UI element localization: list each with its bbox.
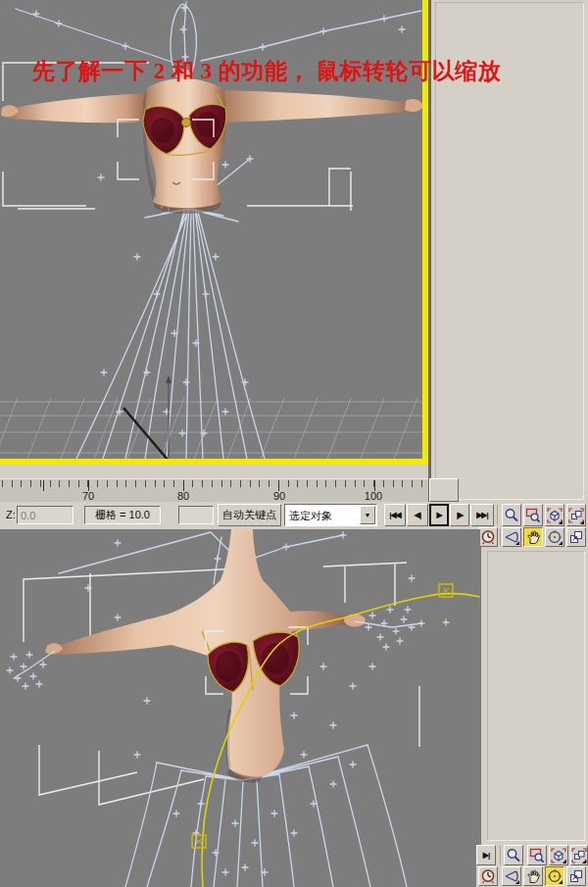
- z-coordinate-value: 0.0: [21, 511, 35, 521]
- arc-rotate-icon: [547, 529, 563, 545]
- zoom-extents-button[interactable]: [549, 845, 568, 865]
- field-of-view-icon: [504, 529, 519, 545]
- go-to-start-button[interactable]: |◀◀: [384, 504, 406, 526]
- play-button[interactable]: ▶: [429, 504, 449, 526]
- min-max-toggle-icon: [568, 868, 584, 884]
- go-to-end-button[interactable]: ▶▶|: [470, 504, 494, 526]
- ruler-label-90: 90: [273, 490, 285, 502]
- zoom-extents-all-button[interactable]: [566, 504, 586, 526]
- previous-frame-button[interactable]: ◀|: [407, 504, 428, 526]
- viewport-bottom-perspective-view[interactable]: [0, 529, 480, 887]
- annotation-text: 先了解一下 2 和 3 的功能， 鼠标转轮可以缩放: [32, 56, 581, 86]
- status-bar: Z: 0.0 栅格 = 10.0 自动关键点 选定对象 ▼ |◀◀ ◀| ▶ |…: [0, 502, 588, 527]
- grid-size-readout: 栅格 = 10.0: [84, 506, 161, 524]
- pan-hand-icon: [525, 868, 541, 884]
- z-label: Z:: [6, 510, 16, 520]
- zoom-all-icon: [525, 508, 541, 523]
- zoom-extents-icon: [551, 848, 566, 863]
- time-configuration-button[interactable]: [478, 527, 498, 547]
- zoom-extents-all-icon: [571, 848, 587, 863]
- auto-key-button[interactable]: 自动关键点: [218, 504, 281, 526]
- zoom-all-button[interactable]: [523, 504, 543, 526]
- pan-button[interactable]: [523, 866, 543, 886]
- zoom-icon: [504, 508, 519, 523]
- time-configuration-icon: [480, 529, 496, 545]
- key-filter-value: 选定对象: [289, 511, 332, 521]
- next-frame-button[interactable]: |▶: [450, 504, 469, 526]
- toolbar-separator: [497, 505, 499, 524]
- track-bar-gap: [0, 465, 428, 478]
- zoom-button[interactable]: [504, 845, 523, 865]
- ruler-label-100: 100: [365, 490, 382, 502]
- toolbar-bottom-row-2: [476, 866, 588, 887]
- zoom-extents-button[interactable]: [545, 504, 564, 526]
- zoom-extents-all-button[interactable]: [570, 845, 588, 865]
- ruler-major-ticks: [0, 480, 426, 491]
- min-max-toggle-button[interactable]: [566, 527, 586, 547]
- prompt-blank-field: [178, 506, 214, 524]
- application-window: 先了解一下 2 和 3 的功能， 鼠标转轮可以缩放 70 80 90 100 Z…: [0, 0, 588, 887]
- min-max-toggle-button[interactable]: [566, 866, 586, 886]
- ruler-end-cap: [429, 478, 459, 502]
- field-of-view-button[interactable]: [502, 527, 521, 547]
- zoom-extents-all-icon: [568, 508, 584, 523]
- ruler-label-70: 70: [82, 490, 94, 502]
- chevron-down-icon: ▼: [365, 512, 371, 518]
- toolbar-bottom-row-1: ▶|: [476, 845, 588, 866]
- field-of-view-button[interactable]: [502, 866, 521, 886]
- zoom-all-button[interactable]: [527, 845, 547, 865]
- time-configuration-button[interactable]: [478, 866, 498, 886]
- key-filter-dropdown[interactable]: 选定对象 ▼: [284, 504, 377, 526]
- arc-rotate-button-active[interactable]: [545, 866, 564, 886]
- zoom-all-icon: [529, 848, 545, 863]
- field-of-view-icon: [504, 868, 519, 884]
- zoom-extents-icon: [547, 508, 563, 523]
- ruler-label-80: 80: [177, 490, 189, 502]
- zoom-button[interactable]: [502, 504, 521, 526]
- time-slider-ruler[interactable]: 70 80 90 100: [0, 478, 428, 504]
- command-panel-bottom: [480, 547, 588, 845]
- pan-hand-icon: [525, 529, 541, 545]
- arc-rotate-icon: [547, 868, 563, 884]
- z-coordinate-field[interactable]: 0.0: [17, 506, 74, 524]
- go-to-end-button-partial[interactable]: ▶|: [476, 845, 496, 865]
- pan-button-active[interactable]: [523, 527, 543, 547]
- zoom-icon: [506, 848, 521, 863]
- dropdown-arrow-button[interactable]: ▼: [360, 506, 375, 524]
- command-panel-bottom-inner: [487, 551, 585, 841]
- toolbar-separator: [500, 846, 502, 864]
- min-max-toggle-icon: [568, 529, 584, 545]
- arc-rotate-button[interactable]: [545, 527, 564, 547]
- time-configuration-icon: [480, 868, 496, 884]
- bra-ornament: [182, 119, 191, 127]
